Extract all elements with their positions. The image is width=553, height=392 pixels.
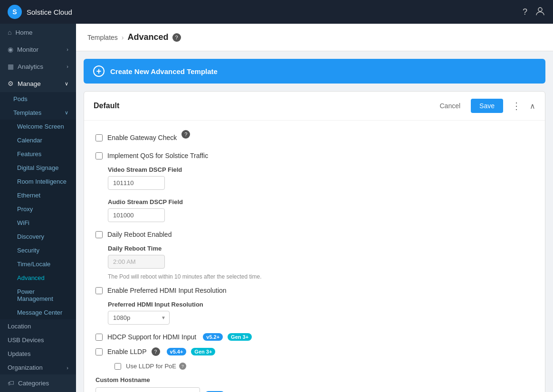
hdmi-enable-checkbox[interactable] <box>95 287 103 294</box>
sidebar-item-analytics[interactable]: ▦ Analytics › <box>0 58 76 75</box>
svg-point-0 <box>538 8 542 11</box>
sidebar-item-discovery[interactable]: Discovery <box>0 230 76 243</box>
sidebar-item-room-intelligence[interactable]: Room Intelligence <box>0 175 76 188</box>
daily-reboot-label: Daily Reboot Enabled <box>107 231 172 238</box>
lldp-badge2: Gen 3+ <box>191 348 215 355</box>
audio-stream-input[interactable] <box>108 208 165 222</box>
daily-reboot-checkbox[interactable] <box>95 231 103 238</box>
hdcp-checkbox[interactable] <box>95 334 103 341</box>
audio-stream-group: Audio Stream DSCP Field <box>95 198 534 222</box>
lldp-poe-row: Use LLDP for PoE ? <box>95 363 534 370</box>
templates-submenu: Welcome Screen Calendar Features Digital… <box>0 120 76 319</box>
hostname-input-row: v6.1+ <box>95 387 534 392</box>
sidebar-item-manage[interactable]: ⚙ Manage ∨ <box>0 75 76 92</box>
qos-label: Implement QoS for Solstice Traffic <box>107 152 208 159</box>
templates-chevron: ∨ <box>65 110 68 116</box>
lldp-label: Enable LLDP ? v5.4+ Gen 3+ <box>107 347 215 356</box>
main-content: Templates › Advanced ? + Create New Adva… <box>76 24 553 392</box>
sidebar-item-updates[interactable]: Updates <box>0 347 76 361</box>
top-navigation: S Solstice Cloud ? <box>0 0 553 24</box>
sidebar-item-power-management[interactable]: Power Management <box>0 285 76 306</box>
hdmi-resolution-group: Preferred HDMI Input Resolution 1080p 4K… <box>95 301 534 325</box>
breadcrumb-current: Advanced <box>127 32 168 42</box>
create-banner-plus-icon: + <box>93 65 105 77</box>
video-stream-input[interactable] <box>108 176 165 190</box>
gateway-check-row: Enable Gateway Check ? <box>95 130 534 145</box>
cancel-button[interactable]: Cancel <box>434 99 466 112</box>
sidebar-item-wifi[interactable]: WiFi <box>0 216 76 230</box>
lldp-poe-checkbox[interactable] <box>114 363 121 370</box>
sidebar-item-home[interactable]: ⌂ Home <box>0 24 76 41</box>
sidebar-item-time-locale[interactable]: Time/Locale <box>0 257 76 271</box>
breadcrumb-separator: › <box>122 34 124 41</box>
gateway-help-icon[interactable]: ? <box>181 130 190 139</box>
sidebar-item-features[interactable]: Features <box>0 147 76 161</box>
user-icon[interactable] <box>535 6 545 19</box>
home-icon: ⌂ <box>8 28 11 36</box>
hdcp-row: HDCP Support for HDMI Input v5.2+ Gen 3+ <box>95 333 534 341</box>
audio-stream-label: Audio Stream DSCP Field <box>108 198 534 205</box>
sidebar-item-proxy[interactable]: Proxy <box>0 202 76 216</box>
hdcp-badge1: v5.2+ <box>203 333 223 341</box>
hdcp-badge2: Gen 3+ <box>228 333 252 341</box>
lldp-badge1: v5.4+ <box>167 348 187 355</box>
daily-reboot-time-label: Daily Reboot Time <box>108 245 534 252</box>
qos-row: Implement QoS for Solstice Traffic <box>95 152 534 159</box>
breadcrumb-parent[interactable]: Templates <box>87 34 118 41</box>
hdmi-enable-row: Enable Preferred HDMI Input Resolution <box>95 287 534 294</box>
create-banner-label: Create New Advanced Template <box>110 67 218 75</box>
sidebar-item-security[interactable]: Security <box>0 243 76 257</box>
daily-reboot-time-group: Daily Reboot Time <box>95 245 534 269</box>
categories-icon: 🏷 <box>8 379 14 387</box>
lldp-row: Enable LLDP ? v5.4+ Gen 3+ <box>95 347 534 356</box>
qos-checkbox[interactable] <box>95 152 103 159</box>
hdmi-resolution-select[interactable]: 1080p 4K 720p <box>108 311 170 325</box>
lldp-help-icon[interactable]: ? <box>152 347 160 356</box>
template-actions: Cancel Save ⋮ ∧ <box>434 98 535 113</box>
lldp-poe-help-icon[interactable]: ? <box>179 363 186 370</box>
gateway-check-label: Enable Gateway Check ? <box>107 130 190 145</box>
sidebar: ⌂ Home ◉ Monitor › ▦ Analytics › ⚙ Manag… <box>0 24 76 392</box>
breadcrumb-help-icon[interactable]: ? <box>172 33 181 42</box>
nav-actions: ? <box>523 6 545 19</box>
custom-hostname-group: Custom Hostname v6.1+ <box>95 376 534 392</box>
monitor-icon: ◉ <box>8 46 13 53</box>
sidebar-item-templates[interactable]: Templates ∨ <box>0 106 76 120</box>
lldp-checkbox[interactable] <box>95 348 103 355</box>
sidebar-item-welcome-screen[interactable]: Welcome Screen <box>0 120 76 133</box>
hdcp-label: HDCP Support for HDMI Input v5.2+ Gen 3+ <box>107 333 252 341</box>
sidebar-item-monitor[interactable]: ◉ Monitor › <box>0 41 76 58</box>
sidebar-item-ethernet[interactable]: Ethernet <box>0 188 76 202</box>
collapse-button[interactable]: ∧ <box>530 102 535 111</box>
sidebar-item-categories[interactable]: 🏷 Categories <box>0 374 76 392</box>
template-card-default: Default Cancel Save ⋮ ∧ Enable Gateway C… <box>84 91 545 392</box>
create-banner[interactable]: + Create New Advanced Template <box>84 59 545 84</box>
breadcrumb: Templates › Advanced ? <box>76 24 553 51</box>
daily-reboot-time-input[interactable] <box>108 255 165 269</box>
daily-reboot-row: Daily Reboot Enabled <box>95 231 534 238</box>
save-button[interactable]: Save <box>471 99 503 113</box>
gateway-check-checkbox[interactable] <box>95 134 103 141</box>
manage-chevron: ∨ <box>65 81 68 87</box>
sidebar-item-usb-devices[interactable]: USB Devices <box>0 333 76 347</box>
help-icon[interactable]: ? <box>523 7 527 17</box>
sidebar-item-pods[interactable]: Pods <box>0 92 76 106</box>
app-logo: S <box>8 5 22 19</box>
template-name: Default <box>94 102 434 110</box>
monitor-chevron: › <box>67 47 68 52</box>
hostname-input[interactable] <box>95 387 200 392</box>
sidebar-item-calendar[interactable]: Calendar <box>0 133 76 147</box>
sidebar-item-organization[interactable]: Organization › <box>0 361 76 374</box>
sidebar-item-location[interactable]: Location <box>0 319 76 333</box>
sidebar-item-digital-signage[interactable]: Digital Signage <box>0 161 76 175</box>
video-stream-group: Video Stream DSCP Field <box>95 166 534 190</box>
nav-brand: S Solstice Cloud <box>8 5 72 19</box>
more-options-button[interactable]: ⋮ <box>508 98 525 113</box>
sidebar-item-advanced[interactable]: Advanced <box>0 271 76 285</box>
org-chevron: › <box>67 365 68 371</box>
manage-submenu: Pods Templates ∨ Welcome Screen Calendar… <box>0 92 76 374</box>
reboot-hint: The Pod will reboot within 10 minutes af… <box>95 273 534 280</box>
lldp-poe-label: Use LLDP for PoE ? <box>126 363 186 370</box>
video-stream-label: Video Stream DSCP Field <box>108 166 534 173</box>
sidebar-item-message-center[interactable]: Message Center <box>0 306 76 319</box>
